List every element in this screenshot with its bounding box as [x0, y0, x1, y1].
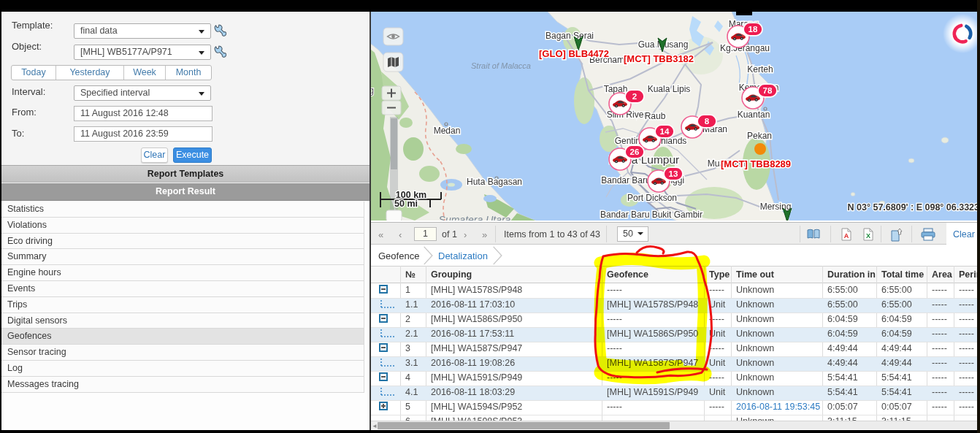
- svg-text:13: 13: [669, 169, 678, 178]
- svg-text:Lading: Lading: [371, 85, 374, 96]
- svg-text:Mersing: Mersing: [760, 202, 792, 212]
- svg-text:X: X: [866, 232, 870, 240]
- svg-text:Pekan: Pekan: [747, 131, 772, 141]
- svg-text:[MCT] TBB8289: [MCT] TBB8289: [721, 158, 791, 169]
- svg-text:[GLO] BLB4472: [GLO] BLB4472: [539, 48, 609, 59]
- svg-text:Port Dickson: Port Dickson: [627, 193, 677, 203]
- svg-text:78: 78: [763, 86, 773, 95]
- svg-text:[MCT] TBB3182: [MCT] TBB3182: [624, 53, 694, 64]
- svg-text:14: 14: [660, 127, 670, 136]
- svg-text:N 03° 57.6809' : E 098° 06.332: N 03° 57.6809' : E 098° 06.3323': [848, 202, 980, 212]
- svg-text:18: 18: [749, 25, 758, 34]
- svg-text:26: 26: [630, 147, 640, 156]
- svg-text:Medan: Medan: [434, 126, 461, 136]
- svg-text:Kerteh: Kerteh: [747, 64, 773, 74]
- svg-text:Kuala Lipis: Kuala Lipis: [648, 84, 691, 94]
- svg-text:Raub: Raub: [645, 111, 666, 121]
- svg-text:2: 2: [632, 92, 637, 101]
- svg-text:A: A: [844, 232, 849, 240]
- svg-text:Strait of Malacca: Strait of Malacca: [471, 61, 531, 70]
- svg-text:Bandar Baru Bukit Gambir: Bandar Baru Bukit Gambir: [600, 210, 703, 220]
- svg-text:50 mi: 50 mi: [394, 199, 418, 209]
- svg-text:8: 8: [705, 117, 710, 126]
- svg-text:Huta Bagasan: Huta Bagasan: [467, 177, 522, 187]
- svg-text:Tapah: Tapah: [604, 84, 628, 94]
- svg-text:Sumatera Utara: Sumatera Utara: [439, 214, 511, 221]
- svg-text:Bandar Baru: Bandar Baru: [601, 175, 650, 185]
- svg-text:Kuantan: Kuantan: [738, 110, 770, 120]
- svg-text:Bagan Serai: Bagan Serai: [545, 31, 594, 41]
